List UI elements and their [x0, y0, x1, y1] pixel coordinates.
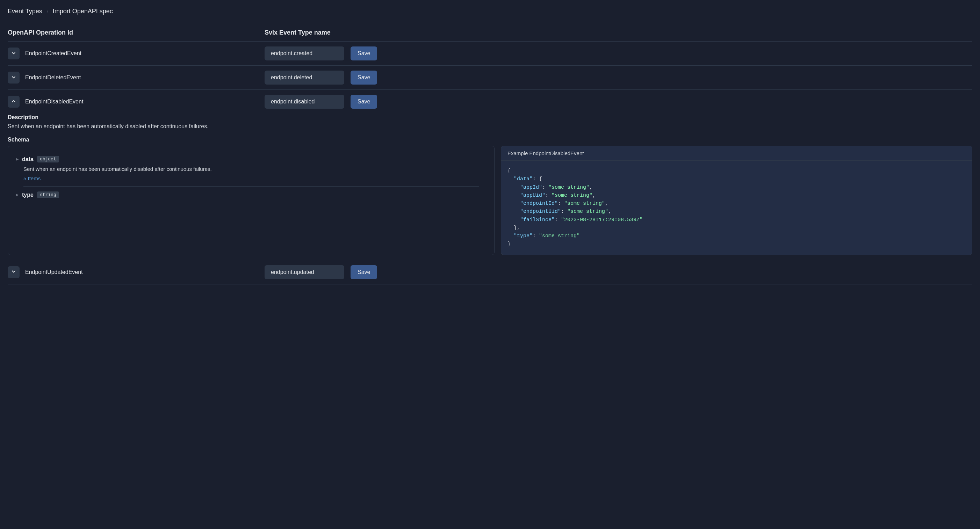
save-button[interactable]: Save	[350, 46, 377, 60]
expand-toggle-button[interactable]	[8, 48, 19, 59]
breadcrumb: Event Types Import OpenAPI spec	[8, 8, 972, 15]
table-row: EndpointDeletedEvent Save	[8, 65, 972, 89]
save-button[interactable]: Save	[350, 265, 377, 279]
triangle-right-icon: ▶	[16, 157, 19, 161]
chevron-up-icon	[11, 98, 17, 105]
example-json: { "data": { "appId": "some string", "app…	[501, 161, 972, 255]
chevron-down-icon	[11, 268, 17, 276]
column-headers: OpenAPI Operation Id Svix Event Type nam…	[8, 29, 972, 37]
chevron-down-icon	[11, 74, 17, 81]
expand-toggle-button[interactable]	[8, 71, 19, 84]
description-block: Description Sent when an endpoint has be…	[8, 114, 972, 130]
collapse-toggle-button[interactable]	[8, 96, 19, 108]
event-type-input[interactable]	[264, 95, 344, 109]
table-row-expanded: EndpointDisabledEvent Save Description S…	[8, 89, 972, 255]
chevron-down-icon	[11, 50, 17, 57]
operation-id-label: EndpointDeletedEvent	[25, 75, 81, 81]
event-type-input[interactable]	[264, 46, 344, 60]
operation-id-label: EndpointUpdatedEvent	[25, 269, 83, 275]
event-type-input[interactable]	[264, 71, 344, 84]
schema-property-type-field[interactable]: ▶ type string	[16, 191, 487, 198]
table-row: EndpointCreatedEvent Save	[8, 41, 972, 65]
schema-property-data[interactable]: ▶ data object	[16, 156, 487, 162]
schema-property-name: type	[22, 192, 33, 198]
operation-id-label: EndpointDisabledEvent	[25, 98, 83, 105]
header-operation-id: OpenAPI Operation Id	[8, 29, 264, 37]
example-panel: Example EndpointDisabledEvent { "data": …	[501, 146, 972, 255]
expand-toggle-button[interactable]	[8, 266, 19, 278]
event-type-input[interactable]	[264, 265, 344, 279]
schema-items-link[interactable]: 5 Items	[24, 175, 487, 181]
divider	[24, 186, 479, 187]
description-label: Description	[8, 114, 972, 121]
chevron-right-icon	[46, 9, 49, 14]
schema-label: Schema	[8, 137, 972, 143]
triangle-right-icon: ▶	[16, 192, 19, 197]
example-title: Example EndpointDisabledEvent	[501, 146, 972, 161]
schema-property-name: data	[22, 156, 33, 162]
description-text: Sent when an endpoint has been automatic…	[8, 123, 972, 130]
schema-panel: ▶ data object Sent when an endpoint has …	[8, 146, 495, 255]
breadcrumb-current: Import OpenAPI spec	[53, 8, 113, 15]
schema-property-type: object	[37, 156, 59, 162]
operation-id-label: EndpointCreatedEvent	[25, 50, 81, 57]
save-button[interactable]: Save	[350, 71, 377, 84]
breadcrumb-parent-link[interactable]: Event Types	[8, 8, 42, 15]
table-row: EndpointUpdatedEvent Save	[8, 260, 972, 284]
header-event-type-name: Svix Event Type name	[264, 29, 331, 37]
schema-property-type: string	[37, 191, 59, 198]
schema-property-description: Sent when an endpoint has been automatic…	[24, 166, 487, 172]
save-button[interactable]: Save	[350, 95, 377, 109]
